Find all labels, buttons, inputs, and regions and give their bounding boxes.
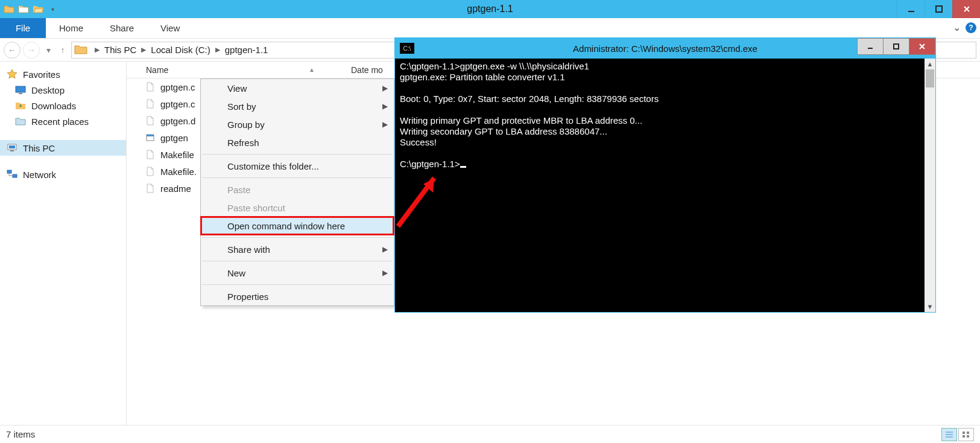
menu-customize-folder[interactable]: Customize this folder... [201,157,394,175]
menu-separator [202,261,393,261]
window-controls [897,0,980,18]
status-item-count: 7 items [6,429,35,439]
help-icon[interactable]: ? [966,22,976,33]
file-name: gptgen.d [160,116,195,126]
cursor-icon [460,166,466,168]
icons-view-button[interactable] [958,428,974,441]
nav-favorites[interactable]: Favorites [0,66,126,82]
cmd-output[interactable]: C:\gptgen-1.1>gptgen.exe -w \\.\\physica… [395,59,935,312]
explorer-title-bar: ▾ gptgen-1.1 [0,0,980,18]
file-icon [145,81,156,92]
cmd-maximize-button[interactable] [883,38,909,55]
menu-open-command-window[interactable]: Open command window here [201,217,394,235]
file-name: gptgen.c [160,82,195,92]
svg-rect-11 [868,48,873,49]
up-button[interactable]: ↑ [57,42,69,59]
breadcrumb-this-pc[interactable]: This PC [104,45,136,55]
menu-new[interactable]: New▶ [201,264,394,282]
minimize-button[interactable] [897,0,925,18]
chevron-right-icon: ▶ [382,84,388,92]
scroll-down-icon[interactable]: ▼ [925,301,935,312]
qat-dropdown-icon[interactable]: ▾ [47,4,58,14]
file-name: gptgen [160,133,188,143]
file-icon [145,149,156,160]
chevron-right-icon: ▶ [382,120,388,129]
svg-rect-2 [16,86,25,92]
svg-rect-0 [908,11,914,12]
menu-paste-shortcut: Paste shortcut [201,199,394,217]
column-name[interactable]: Name ▲ [140,65,345,75]
svg-rect-14 [967,432,969,434]
svg-rect-1 [936,6,942,12]
sort-indicator-icon: ▲ [309,66,315,73]
cmd-title: Administrator: C:\Windows\system32\cmd.e… [573,43,757,54]
file-name: Makefile [160,150,194,160]
downloads-icon [14,100,27,111]
file-icon [145,183,156,194]
tab-home[interactable]: Home [46,18,96,38]
file-name: gptgen.c [160,99,195,109]
menu-properties[interactable]: Properties [201,287,394,305]
svg-rect-5 [9,145,15,148]
nav-desktop[interactable]: Desktop [0,82,126,98]
expand-ribbon-icon[interactable]: ⌄ [953,22,961,33]
nav-recent-places[interactable]: Recent places [0,113,126,129]
details-view-button[interactable] [941,428,957,441]
recent-places-icon [14,116,27,127]
file-icon [145,98,156,109]
chevron-right-icon[interactable]: ▶ [138,46,150,54]
chevron-right-icon[interactable]: ▶ [91,46,103,54]
cmd-minimize-button[interactable] [857,38,884,55]
desktop-icon [14,84,27,95]
file-icon [145,115,156,126]
cmd-window: C:\ Administrator: C:\Windows\system32\c… [394,37,936,313]
svg-rect-15 [963,435,965,438]
scroll-up-icon[interactable]: ▲ [925,59,935,69]
status-bar: 7 items [0,425,980,443]
column-date[interactable]: Date mo [345,65,389,75]
folder-icon [4,4,14,14]
breadcrumb-folder[interactable]: gptgen-1.1 [225,45,268,55]
file-name: readme [160,183,191,194]
cmd-scrollbar[interactable]: ▲ ▼ [925,59,935,312]
menu-separator [202,284,393,285]
recent-locations-icon[interactable]: ▾ [42,42,54,59]
new-folder-icon[interactable] [18,4,29,14]
back-button[interactable]: ← [4,42,21,59]
maximize-button[interactable] [925,0,952,18]
chevron-right-icon: ▶ [382,269,388,277]
menu-separator [202,154,393,155]
menu-share-with[interactable]: Share with▶ [201,240,394,258]
file-tab[interactable]: File [0,18,46,38]
tab-share[interactable]: Share [96,18,147,38]
svg-rect-10 [147,135,154,136]
svg-rect-16 [967,435,969,438]
navigation-pane: Favorites Desktop Downloads Recent place… [0,62,127,425]
scroll-thumb[interactable] [926,69,934,88]
cmd-title-bar[interactable]: C:\ Administrator: C:\Windows\system32\c… [395,38,935,59]
window-title: gptgen-1.1 [467,4,513,14]
computer-icon [6,142,18,153]
star-icon [6,69,18,80]
menu-refresh[interactable]: Refresh [201,133,394,151]
menu-sort-by[interactable]: Sort by▶ [201,97,394,115]
chevron-right-icon: ▶ [382,102,388,110]
forward-button[interactable]: → [23,42,40,59]
menu-view[interactable]: View▶ [201,79,394,97]
breadcrumb-local-disk[interactable]: Local Disk (C:) [151,45,210,55]
file-icon [145,132,156,143]
chevron-right-icon[interactable]: ▶ [212,46,224,54]
close-button[interactable] [952,0,980,18]
svg-rect-3 [19,93,22,94]
file-name: Makefile. [160,167,197,177]
nav-this-pc[interactable]: This PC [0,140,126,156]
nav-downloads[interactable]: Downloads [0,98,126,113]
menu-group-by[interactable]: Group by▶ [201,115,394,133]
svg-rect-12 [894,44,899,49]
nav-network[interactable]: Network [0,167,126,182]
open-folder-icon[interactable] [33,4,43,14]
quick-access-toolbar: ▾ [0,4,62,14]
cmd-close-button[interactable] [909,38,935,55]
tab-view[interactable]: View [147,18,193,38]
ribbon-tabs: File Home Share View ⌄ ? [0,18,980,39]
